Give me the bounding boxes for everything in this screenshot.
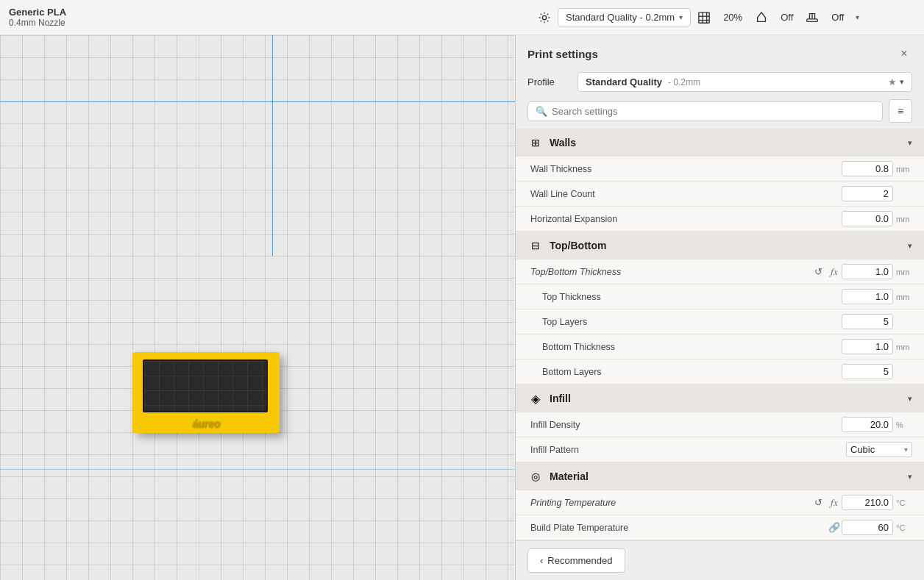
panel-header: Print settings × bbox=[516, 35, 924, 69]
infill-pattern-value-wrap: Cubic ▾ bbox=[846, 442, 912, 457]
adhesion-toolbar-item[interactable]: Off bbox=[825, 9, 850, 26]
topbottom-thickness-unit: mm bbox=[896, 268, 912, 276]
printing-temp-unit: °C bbox=[896, 498, 912, 507]
search-row: 🔍 ≡ bbox=[516, 99, 924, 129]
printing-temp-row: Printing Temperature ↺ 𝑓𝑥 °C bbox=[516, 490, 924, 515]
infill-pattern-label: Infill Pattern bbox=[530, 445, 846, 455]
search-input-wrap[interactable]: 🔍 bbox=[527, 101, 883, 121]
section-walls[interactable]: ⊞ Walls ▾ bbox=[516, 129, 924, 157]
build-plate-temp-input[interactable] bbox=[842, 520, 893, 535]
material-section-title: Material bbox=[550, 470, 902, 482]
infill-pattern-row: Infill Pattern Cubic ▾ bbox=[516, 437, 924, 462]
wall-line-count-input[interactable] bbox=[842, 186, 893, 201]
wall-thickness-label: Wall Thickness bbox=[530, 164, 842, 174]
wall-line-count-label: Wall Line Count bbox=[530, 189, 842, 199]
wall-thickness-value-wrap: mm bbox=[842, 161, 912, 176]
horizontal-expansion-unit: mm bbox=[896, 215, 912, 223]
panel-title: Print settings bbox=[527, 48, 598, 60]
close-button[interactable]: × bbox=[896, 46, 912, 62]
bottom-layers-row: Bottom Layers bbox=[516, 359, 924, 384]
bottom-thickness-row: Bottom Thickness mm bbox=[516, 334, 924, 359]
build-plate-temp-label: Build Plate Temperature bbox=[530, 523, 825, 533]
infill-pattern-select[interactable]: Cubic ▾ bbox=[846, 442, 912, 457]
material-subtitle: 0.4mm Nozzle bbox=[9, 18, 65, 28]
recommended-button[interactable]: ‹ Recommended bbox=[527, 548, 625, 573]
top-thickness-row: Top Thickness mm bbox=[516, 284, 924, 309]
infill-density-input[interactable] bbox=[842, 417, 893, 432]
bottom-thickness-label: Bottom Thickness bbox=[530, 342, 842, 352]
infill-pattern-value: Cubic bbox=[850, 444, 875, 455]
bottom-layers-input[interactable] bbox=[842, 364, 893, 379]
top-bar: Generic PLA 0.4mm Nozzle Standard Qualit… bbox=[0, 0, 924, 35]
guide-line-h3 bbox=[0, 469, 515, 470]
top-layers-input[interactable] bbox=[842, 314, 893, 329]
infill-section-icon: ◈ bbox=[527, 390, 544, 407]
profile-chip[interactable]: Standard Quality - 0.2mm ▾ bbox=[558, 8, 691, 26]
profile-chevron: ▾ bbox=[900, 77, 904, 87]
infill-toolbar-item[interactable]: 20% bbox=[717, 9, 748, 26]
horizontal-expansion-label: Horizontal Expansion bbox=[530, 214, 842, 224]
topbottom-title: Top/Bottom bbox=[550, 240, 902, 251]
adhesion-icon bbox=[805, 10, 820, 25]
bottom-layers-label: Bottom Layers bbox=[530, 367, 842, 377]
printing-temp-input[interactable] bbox=[842, 495, 893, 510]
bottom-thickness-value-wrap: mm bbox=[842, 339, 912, 354]
walls-icon: ⊞ bbox=[527, 135, 544, 151]
section-material[interactable]: ◎ Material ▾ bbox=[516, 462, 924, 490]
viewport: áureo bbox=[0, 35, 515, 580]
build-plate-temp-unit: °C bbox=[896, 523, 912, 532]
topbottom-reset-icon[interactable]: ↺ bbox=[811, 265, 825, 279]
settings-list: ⊞ Walls ▾ Wall Thickness mm Wall Line Co… bbox=[516, 129, 924, 540]
top-thickness-unit: mm bbox=[896, 293, 912, 301]
material-icon: ◎ bbox=[527, 468, 544, 484]
svg-rect-1 bbox=[699, 12, 709, 22]
support-toolbar-item[interactable]: Off bbox=[775, 9, 799, 26]
profile-name: Standard Quality bbox=[586, 76, 662, 87]
infill-chevron: ▾ bbox=[908, 394, 912, 404]
infill-density-unit: % bbox=[896, 420, 912, 429]
top-layers-value-wrap bbox=[842, 314, 912, 329]
infill-density-value-wrap: % bbox=[842, 417, 912, 432]
top-thickness-value-wrap: mm bbox=[842, 289, 912, 304]
search-input[interactable] bbox=[552, 106, 875, 117]
guide-line-v1 bbox=[272, 35, 273, 256]
bottom-layers-value-wrap bbox=[842, 364, 912, 379]
section-topbottom[interactable]: ⊟ Top/Bottom ▾ bbox=[516, 232, 924, 259]
horizontal-expansion-input[interactable] bbox=[842, 211, 893, 226]
printing-temp-reset-icon[interactable]: ↺ bbox=[811, 495, 825, 510]
panel-footer: ‹ Recommended bbox=[516, 540, 924, 580]
profile-field-label: Profile bbox=[527, 76, 572, 87]
bottom-thickness-input[interactable] bbox=[842, 339, 893, 354]
guide-line-h1 bbox=[0, 101, 515, 102]
menu-lines-button[interactable]: ≡ bbox=[889, 99, 912, 123]
topbottom-thickness-input[interactable] bbox=[842, 264, 893, 279]
wall-line-count-row: Wall Line Count bbox=[516, 182, 924, 207]
topbottom-chevron: ▾ bbox=[908, 241, 912, 251]
infill-pattern-caret: ▾ bbox=[904, 445, 908, 454]
wall-line-count-value-wrap bbox=[842, 186, 912, 201]
printing-temp-fx-icon[interactable]: 𝑓𝑥 bbox=[827, 495, 842, 510]
horizontal-expansion-row: Horizontal Expansion mm bbox=[516, 207, 924, 232]
top-layers-label: Top Layers bbox=[530, 317, 842, 327]
topbottom-thickness-value-wrap: mm bbox=[842, 264, 912, 279]
build-plate-link-icon[interactable]: 🔗 bbox=[827, 520, 842, 535]
wall-thickness-row: Wall Thickness mm bbox=[516, 157, 924, 182]
profile-select[interactable]: Standard Quality - 0.2mm ★ ▾ bbox=[578, 72, 912, 92]
profile-version: - 0.2mm bbox=[668, 77, 700, 87]
material-info: Generic PLA 0.4mm Nozzle bbox=[9, 7, 524, 28]
star-icon: ★ bbox=[888, 76, 897, 87]
build-plate-temp-row: Build Plate Temperature 🔗 °C bbox=[516, 515, 924, 540]
toolbar-right: Standard Quality - 0.2mm ▾ 20% Off bbox=[530, 8, 915, 26]
wall-thickness-input[interactable] bbox=[842, 161, 893, 176]
top-thickness-input[interactable] bbox=[842, 289, 893, 304]
svg-point-0 bbox=[542, 15, 546, 19]
section-infill[interactable]: ◈ Infill ▾ bbox=[516, 384, 924, 412]
topbottom-fx-icon[interactable]: 𝑓𝑥 bbox=[827, 265, 842, 279]
material-title: Generic PLA bbox=[9, 7, 66, 18]
walls-chevron: ▾ bbox=[908, 138, 912, 148]
recommended-chevron: ‹ bbox=[540, 555, 543, 566]
infill-icon bbox=[697, 10, 711, 25]
build-plate-temp-value-wrap: °C bbox=[842, 520, 912, 535]
infill-label: 20% bbox=[723, 12, 742, 23]
horizontal-expansion-value-wrap: mm bbox=[842, 211, 912, 226]
